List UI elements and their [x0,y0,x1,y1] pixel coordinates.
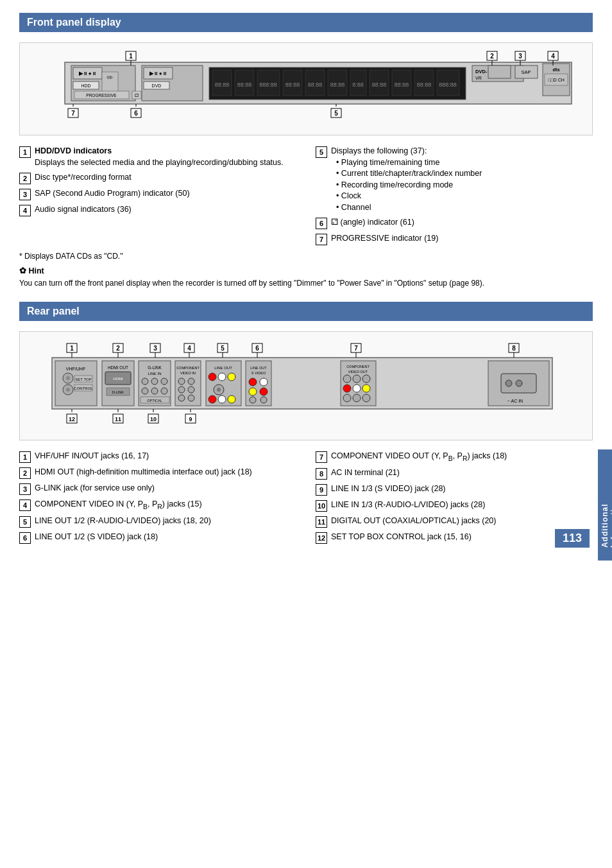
rp-item-11: 11 DIGITAL OUT (COAXIAL/OPTICAL) jacks (… [316,516,593,528]
svg-text:88:88: 88:88 [285,82,300,88]
rp-item-1: 1 VHF/UHF IN/OUT jacks (16, 17) [19,451,296,463]
svg-text:8: 8 [512,345,516,352]
fp-item-7: 7 PROGRESSIVE indicator (19) [316,233,593,245]
fp-text-4: Audio signal indicators (36) [35,204,132,216]
svg-text:88:88: 88:88 [215,82,230,88]
svg-point-132 [362,375,370,383]
rp-text-9: LINE IN 1/3 (S VIDEO) jack (28) [331,483,446,495]
svg-point-142 [516,380,522,386]
fp-footnote: * Displays DATA CDs as "CD." [19,252,593,261]
svg-point-124 [260,388,268,395]
rear-panel-diagram: VHF/UHF SET TOP CONTROL HDMI OUT HDMI D-… [19,331,593,440]
fp-num-7: 7 [316,234,327,245]
rp-text-12: SET TOP BOX CONTROL jack (15, 16) [331,532,472,543]
svg-text:88:88: 88:88 [308,82,323,88]
rp-item-9: 9 LINE IN 1/3 (S VIDEO) jack (28) [316,483,593,496]
rp-item-8: 8 AC IN terminal (21) [316,467,593,480]
svg-point-130 [343,375,351,383]
rp-num-11: 11 [316,516,327,528]
svg-text:PROGRESSIVE: PROGRESSIVE [86,93,117,98]
svg-text:▶ II ● II: ▶ II ● II [149,71,166,76]
svg-text:S VIDEO: S VIDEO [251,371,266,375]
svg-text:3: 3 [518,53,522,60]
svg-point-125 [250,397,256,403]
svg-text:~ AC IN: ~ AC IN [507,399,523,403]
svg-text:□□D  CH: □□D CH [548,78,565,82]
rp-text-1: VHF/UHF IN/OUT jacks (16, 17) [35,451,149,462]
fp-item-2: 2 Disc type*/recording format [19,172,296,184]
svg-point-121 [249,378,257,386]
svg-text:HDMI: HDMI [113,377,123,381]
rp-right-col: 7 COMPONENT VIDEO OUT (Y, PB, PR) jacks … [316,451,593,548]
rp-text-5: LINE OUT 1/2 (R-AUDIO-L/VIDEO) jacks (18… [35,516,211,527]
rp-num-6: 6 [19,532,31,544]
svg-text:dts: dts [552,67,559,73]
svg-text:COMPONENT: COMPONENT [346,365,370,369]
svg-text:LINE OUT: LINE OUT [250,366,267,370]
front-panel-section: Front panel display ▶ II ● II HDD ·|||||… [19,13,593,289]
svg-text:88:88: 88:88 [330,82,345,88]
front-panel-svg: ▶ II ● II HDD ·|||||· ▶ II ● II DVD PROG… [26,49,578,126]
fp-text-6: ⚁ (angle) indicator (61) [331,217,414,229]
rp-item-5: 5 LINE OUT 1/2 (R-AUDIO-L/VIDEO) jacks (… [19,516,296,528]
rp-num-4: 4 [19,499,31,511]
svg-point-137 [353,394,361,402]
svg-point-103 [188,378,194,385]
svg-text:DVD: DVD [152,83,162,88]
svg-point-75 [66,376,70,380]
side-tab: Additional Information [598,449,612,560]
svg-text:VHF/UHF: VHF/UHF [66,367,85,371]
svg-point-94 [142,388,148,394]
svg-point-115 [208,395,216,403]
svg-text:88:88: 88:88 [237,82,252,88]
svg-text:▶ II ● II: ▶ II ● II [79,71,96,76]
svg-text:LINE OUT: LINE OUT [214,366,232,370]
rp-left-col: 1 VHF/UHF IN/OUT jacks (16, 17) 2 HDMI O… [19,451,296,548]
svg-text:D-LINK: D-LINK [112,390,124,394]
svg-point-117 [228,395,235,403]
rp-item-10: 10 LINE IN 1/3 (R-AUDIO-L/VIDEO) jacks (… [316,499,593,512]
svg-text:7: 7 [71,110,75,117]
rp-text-3: G-LINK jack (for service use only) [35,483,155,494]
svg-text:88:88: 88:88 [372,82,387,88]
fp-item-4: 4 Audio signal indicators (36) [19,204,296,216]
svg-point-116 [218,395,226,403]
fp-item-1: 1 HDD/DVD indicators Displays the select… [19,146,296,168]
svg-text:·|||||·: ·|||||· [106,75,113,79]
svg-point-112 [228,373,235,381]
rp-item-4: 4 COMPONENT VIDEO IN (Y, PB, PR) jacks (… [19,499,296,512]
svg-point-92 [151,378,158,385]
rp-text-10: LINE IN 1/3 (R-AUDIO-L/VIDEO) jacks (28) [331,499,485,511]
svg-text:12: 12 [69,416,75,422]
fp-num-2: 2 [19,173,31,184]
rp-item-12: 12 SET TOP BOX CONTROL jack (15, 16) [316,532,593,544]
rp-item-2: 2 HDMI OUT (high-definition multimedia i… [19,467,296,479]
svg-text:4: 4 [551,53,555,60]
svg-point-105 [188,386,194,393]
svg-text:CONTROL: CONTROL [74,386,93,390]
svg-point-133 [343,385,351,392]
page-container: Front panel display ▶ II ● II HDD ·|||||… [0,0,612,560]
svg-point-123 [249,388,257,395]
svg-rect-43 [488,65,511,78]
svg-text:88:88: 88:88 [417,82,432,88]
fp-item-5: 5 Displays the following (37): Playing t… [316,146,593,213]
fp-text-7: PROGRESSIVE indicator (19) [331,233,438,245]
svg-text:OPTICAL: OPTICAL [147,399,162,403]
svg-point-110 [208,373,216,381]
svg-text:4: 4 [187,345,191,352]
svg-point-138 [362,394,370,402]
svg-point-77 [66,388,70,392]
page-number: 113 [555,529,590,548]
svg-text:VIDEO IN: VIDEO IN [180,371,196,375]
front-panel-descriptions: 1 HDD/DVD indicators Displays the select… [19,146,593,249]
rp-item-3: 3 G-LINK jack (for service use only) [19,483,296,495]
hint-section: Hint You can turn off the front panel di… [19,266,593,289]
svg-text:5: 5 [221,345,225,352]
svg-text:7: 7 [354,345,358,352]
rp-text-7: COMPONENT VIDEO OUT (Y, PB, PR) jacks (1… [331,451,507,464]
hint-title: Hint [19,266,593,275]
fp-text-5: Displays the following (37): Playing tim… [331,146,482,213]
svg-text:HDD: HDD [81,83,90,88]
rp-num-1: 1 [19,451,31,463]
